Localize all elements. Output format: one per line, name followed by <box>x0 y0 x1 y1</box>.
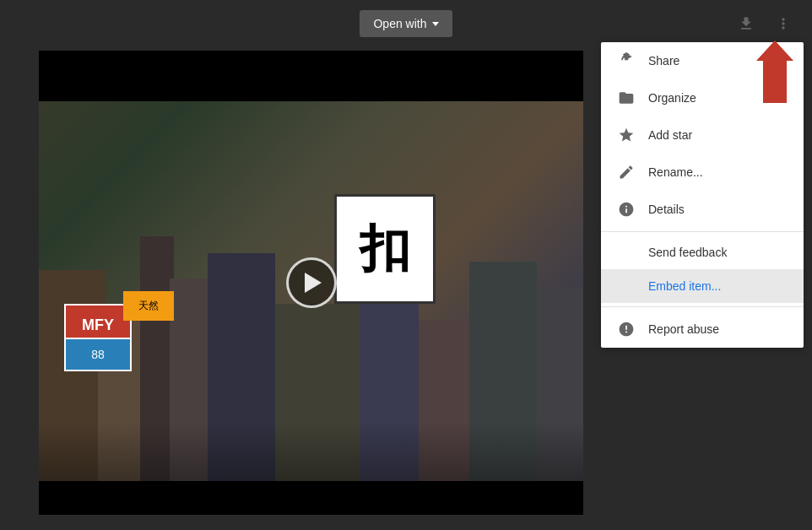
menu-item-send-feedback[interactable]: Send feedback <box>601 235 804 269</box>
menu-item-report-abuse[interactable]: Report abuse <box>601 311 804 348</box>
video-container: MFY 88 天然 扣 <box>39 51 583 515</box>
menu-item-rename[interactable]: Rename... <box>601 154 804 191</box>
arrow-head <box>756 41 793 61</box>
top-bar: Open with <box>0 0 812 47</box>
star-icon <box>618 127 635 143</box>
add-star-label: Add star <box>648 128 692 142</box>
info-icon <box>618 201 635 218</box>
download-icon <box>738 15 755 32</box>
arrow-body <box>763 61 787 103</box>
dropdown-arrow-icon <box>432 22 439 26</box>
more-options-icon <box>775 15 792 32</box>
organize-label: Organize <box>648 91 696 105</box>
embed-item-label: Embed item... <box>648 279 721 293</box>
more-options-button[interactable] <box>768 8 798 39</box>
menu-item-add-star[interactable]: Add star <box>601 116 804 154</box>
send-feedback-label: Send feedback <box>648 246 727 259</box>
report-abuse-label: Report abuse <box>648 322 719 336</box>
organize-icon <box>618 89 635 106</box>
top-right-actions <box>731 8 798 39</box>
share-icon <box>618 52 635 69</box>
download-button[interactable] <box>731 8 761 39</box>
arrow-indicator <box>756 41 793 103</box>
details-label: Details <box>648 203 685 216</box>
warning-icon <box>618 321 635 338</box>
rename-label: Rename... <box>648 165 703 179</box>
play-icon <box>305 273 322 293</box>
open-with-button[interactable]: Open with <box>360 10 452 37</box>
play-button[interactable] <box>286 257 337 308</box>
menu-item-details[interactable]: Details <box>601 191 804 228</box>
rename-icon <box>618 164 635 181</box>
menu-divider-1 <box>601 231 804 232</box>
menu-item-embed[interactable]: Embed item... <box>601 269 804 303</box>
menu-divider-2 <box>601 306 804 307</box>
open-with-label: Open with <box>373 17 426 30</box>
share-label: Share <box>648 54 679 68</box>
